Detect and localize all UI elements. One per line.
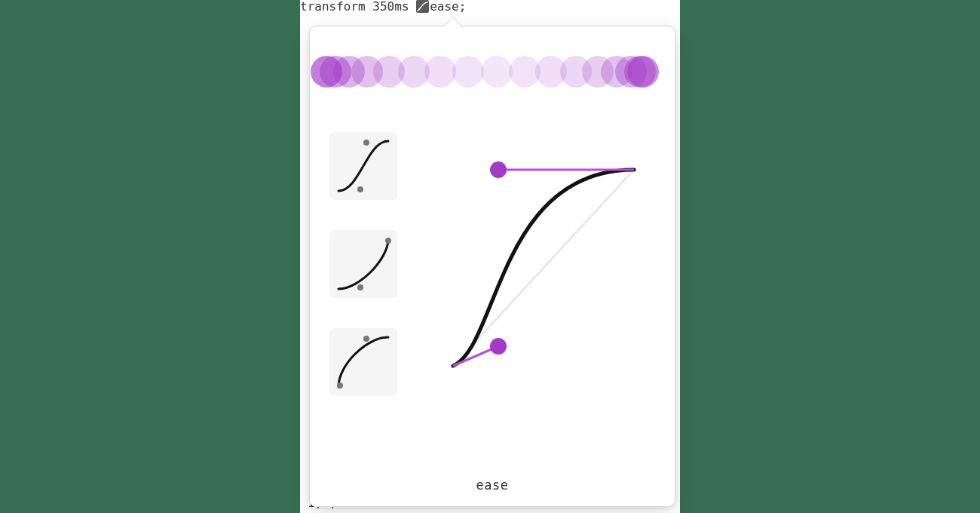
preset-ease-out[interactable] <box>329 328 397 396</box>
stage: { "code_line": { "property": "transform"… <box>0 0 980 513</box>
preset-ease-in-out[interactable] <box>329 132 397 200</box>
svg-point-2 <box>357 284 363 290</box>
code-timing: ease <box>430 0 459 14</box>
svg-point-0 <box>357 186 363 192</box>
svg-point-1 <box>363 140 369 146</box>
preview-dot <box>424 56 456 88</box>
bezier-handle-p2[interactable] <box>490 161 507 178</box>
preview-dot <box>481 56 513 88</box>
curve-name-label: ease <box>310 478 675 493</box>
bezier-swatch-icon[interactable] <box>416 0 429 13</box>
css-code-line: transform 350ms ease; <box>300 0 466 17</box>
svg-point-4 <box>337 382 343 389</box>
svg-point-5 <box>363 336 369 342</box>
code-property: transform <box>300 0 366 14</box>
svg-line-6 <box>453 170 634 366</box>
preview-dot <box>627 56 659 88</box>
bezier-curve-editor[interactable] <box>438 155 649 381</box>
code-suffix: ; <box>459 0 467 14</box>
timing-preview-strip <box>326 45 658 98</box>
code-duration: 350ms <box>372 0 409 14</box>
bezier-handle-p1[interactable] <box>490 338 507 355</box>
svg-point-3 <box>385 238 391 244</box>
preset-list <box>329 132 400 426</box>
preview-dot <box>452 56 484 88</box>
bezier-editor-popover: ease <box>309 26 675 507</box>
preset-ease-in[interactable] <box>329 230 397 298</box>
